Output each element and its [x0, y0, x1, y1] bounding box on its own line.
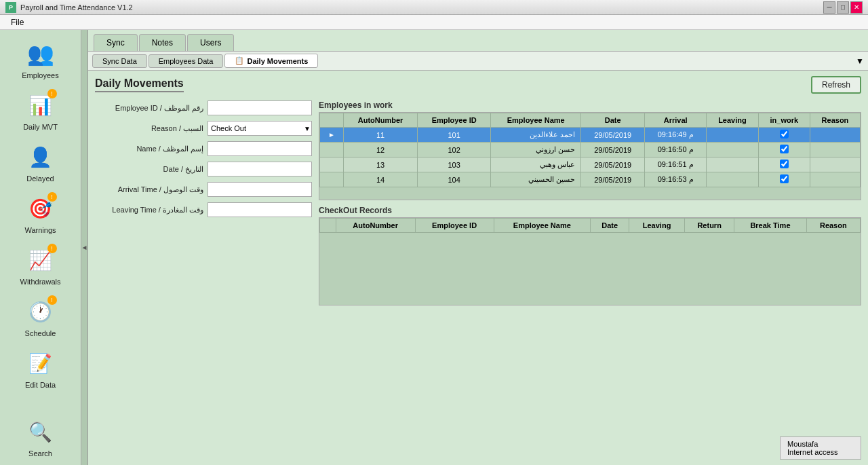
reason-label: Reason / السبب [95, 124, 203, 133]
col-arrival: Arrival [645, 113, 707, 128]
row-in-work-cell [758, 143, 810, 157]
checkout-records-label: CheckOut Records [319, 206, 861, 215]
leaving-row: Leaving Time / وقت المغادرة [95, 202, 312, 217]
sidebar-item-delayed[interactable]: 👤 Delayed [3, 136, 78, 187]
leaving-label: Leaving Time / وقت المغادرة [95, 206, 203, 215]
sidebar-item-daily-mvt[interactable]: 📊 ! Daily MVT [3, 85, 78, 135]
reason-select[interactable]: Check Out Check In Break [208, 121, 312, 136]
leaving-input[interactable] [208, 202, 312, 217]
sidebar-label-employees: Employees [22, 71, 58, 79]
warnings-badge: ! [47, 192, 57, 202]
main-layout: 👥 Employees 📊 ! Daily MVT 👤 Delayed 🎯 ! … [0, 30, 868, 465]
row-employee-name-cell: احمد علاءالدين [491, 128, 581, 143]
delayed-icon: 👤 [28, 146, 52, 168]
sidebar-label-daily-mvt: Daily MVT [23, 123, 58, 131]
sidebar-item-edit-data[interactable]: 📝 Edit Data [3, 343, 78, 393]
minimize-button[interactable]: ─ [823, 1, 835, 14]
row-in-work-cell [758, 157, 810, 172]
row-arrow-cell [320, 172, 344, 187]
row-employee-id-cell: 104 [418, 172, 491, 187]
arrival-input[interactable] [208, 182, 312, 197]
checkout-col-arrow [320, 219, 336, 233]
col-date: Date [581, 113, 645, 128]
maximize-button[interactable]: □ [837, 1, 849, 14]
sidebar-item-withdrawals[interactable]: 📈 ! Withdrawals [3, 240, 78, 290]
row-leaving-cell [707, 157, 758, 172]
daily-movements-tab-icon: 📋 [235, 56, 244, 65]
row-leaving-cell [707, 172, 758, 187]
row-arrow-cell [320, 157, 344, 172]
checkout-col-return: Return [685, 219, 734, 233]
employee-id-row: Employee ID / رقم الموظف [95, 100, 312, 115]
sidebar-item-schedule[interactable]: 🕐 ! Schedule [3, 291, 78, 341]
search-icon: 🔍 [28, 421, 52, 443]
row-arrow-cell [320, 143, 344, 157]
tables-area: Employees in work AutoNumber Employee ID… [319, 100, 861, 305]
page-title: Daily Movements [95, 77, 184, 92]
arrival-row: Arrival Time / وقت الوصول [95, 182, 312, 197]
sub-tab-employees-data[interactable]: Employees Data [149, 54, 224, 68]
sidebar: 👥 Employees 📊 ! Daily MVT 👤 Delayed 🎯 ! … [0, 30, 81, 465]
checkout-table-header: AutoNumber Employee ID Employee Name Dat… [320, 219, 861, 233]
sidebar-label-schedule: Schedule [25, 329, 56, 337]
sub-tab-daily-movements[interactable]: 📋 Daily Movements [224, 54, 318, 68]
sidebar-collapse-button[interactable]: ◄ [81, 30, 88, 465]
row-employee-id-cell: 101 [418, 128, 491, 143]
row-reason-cell [810, 157, 860, 172]
sub-tab-sync-data[interactable]: Sync Data [92, 54, 147, 68]
arrival-label: Arrival Time / وقت الوصول [95, 185, 203, 194]
tab-sync[interactable]: Sync [94, 34, 138, 51]
table-row[interactable]: 12 102 حسن ارزوني 29/05/2019 09:16:50 م [320, 143, 861, 157]
sidebar-label-delayed: Delayed [26, 174, 54, 183]
name-row: Name / إسم الموظف [95, 141, 312, 156]
checkout-records-section: CheckOut Records AutoNumber Employee ID … [319, 206, 861, 305]
row-autonumber-cell: 12 [344, 143, 418, 157]
menu-bar: File [0, 15, 868, 30]
schedule-icon-box: 🕐 ! [24, 295, 57, 328]
col-employee-id: Employee ID [418, 113, 491, 128]
checkout-col-break-time: Break Time [734, 219, 806, 233]
tab-users[interactable]: Users [187, 34, 234, 51]
employees-table-header: AutoNumber Employee ID Employee Name Dat… [320, 113, 861, 128]
employee-id-label: Employee ID / رقم الموظف [95, 104, 203, 113]
sidebar-label-search: Search [28, 449, 52, 458]
search-icon-box: 🔍 [24, 415, 57, 448]
edit-data-icon-box: 📝 [24, 347, 57, 379]
row-employee-id-cell: 102 [418, 143, 491, 157]
refresh-button[interactable]: Refresh [811, 76, 861, 94]
employees-in-work-table: AutoNumber Employee ID Employee Name Dat… [319, 113, 861, 187]
close-button[interactable]: ✕ [850, 1, 863, 14]
row-reason-cell [810, 143, 860, 157]
table-row[interactable]: 13 103 عباس وهبي 29/05/2019 09:16:51 م [320, 157, 861, 172]
tab-expand-arrow[interactable]: ▼ [856, 56, 864, 66]
row-reason-cell [810, 128, 860, 143]
reason-select-wrapper: Check Out Check In Break ▼ [208, 121, 312, 136]
delayed-icon-box: 👤 [24, 141, 57, 173]
checkout-col-autonumber: AutoNumber [336, 219, 415, 233]
daily-mvt-badge: ! [47, 89, 57, 98]
row-date-cell: 29/05/2019 [581, 128, 645, 143]
sidebar-item-search[interactable]: 🔍 Search [3, 411, 78, 462]
row-arrow-cell: ► [320, 128, 344, 143]
table-row[interactable]: ► 11 101 احمد علاءالدين 29/05/2019 09:16… [320, 128, 861, 143]
checkout-records-table: AutoNumber Employee ID Employee Name Dat… [319, 218, 861, 233]
tab-notes[interactable]: Notes [139, 34, 186, 51]
checkout-col-reason: Reason [806, 219, 860, 233]
employee-id-input[interactable] [208, 100, 312, 115]
row-arrival-cell: 09:16:49 م [645, 128, 707, 143]
sidebar-item-warnings[interactable]: 🎯 ! Warnings [3, 188, 78, 238]
sidebar-item-employees[interactable]: 👥 Employees [3, 33, 78, 83]
title-bar: P Payroll and Time Attendance V1.2 ─ □ ✕ [0, 0, 868, 15]
row-autonumber-cell: 14 [344, 172, 418, 187]
date-input[interactable] [208, 162, 312, 176]
table-row[interactable]: 14 104 حسين الحسيني 29/05/2019 09:16:53 … [320, 172, 861, 187]
row-date-cell: 29/05/2019 [581, 143, 645, 157]
name-label: Name / إسم الموظف [95, 145, 203, 153]
date-label: Date / التاريخ [95, 165, 203, 174]
col-autonumber: AutoNumber [344, 113, 418, 128]
row-employee-name-cell: حسين الحسيني [491, 172, 581, 187]
name-input[interactable] [208, 141, 312, 156]
row-date-cell: 29/05/2019 [581, 172, 645, 187]
row-date-cell: 29/05/2019 [581, 157, 645, 172]
menu-file[interactable]: File [5, 16, 29, 29]
